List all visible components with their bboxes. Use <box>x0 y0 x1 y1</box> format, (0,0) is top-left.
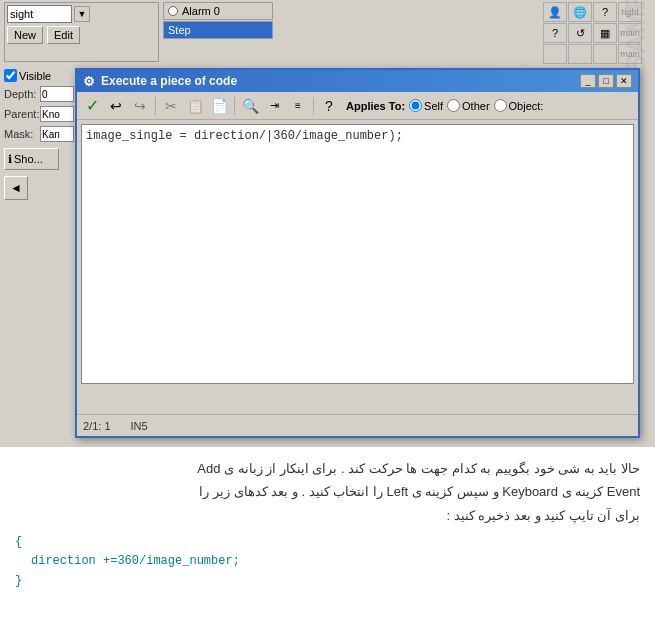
icon-empty3 <box>593 44 617 64</box>
alarm-radio-0 <box>168 6 178 16</box>
info-icon: ℹ <box>8 153 12 166</box>
new-button[interactable]: New <box>7 26 43 44</box>
icon-person[interactable]: 👤 <box>543 2 567 22</box>
undo-button[interactable]: ↩ <box>105 95 127 117</box>
close-button[interactable]: ✕ <box>616 74 632 88</box>
parent-input[interactable] <box>40 106 74 122</box>
run-icon: ✓ <box>86 96 99 115</box>
run-button[interactable]: ✓ <box>81 95 103 117</box>
depth-row: Depth: <box>4 86 74 102</box>
show-label: Sho... <box>14 153 43 165</box>
help-icon: ? <box>325 98 333 114</box>
redo-icon: ↪ <box>134 98 146 114</box>
code-sample: { direction +=360/image_number; } <box>15 533 640 591</box>
input-mode: IN5 <box>131 420 148 432</box>
bottom-line-2: Event کزینه ی Keyboard و سپس کزینه ی Lef… <box>15 480 640 503</box>
undo-icon: ↩ <box>110 98 122 114</box>
right-icons: 👤 🌐 ? right ? ↺ ▦ main main <box>543 2 643 62</box>
alarm-item-1[interactable]: Step <box>163 21 273 39</box>
self-radio[interactable] <box>409 99 422 112</box>
other-option[interactable]: Other <box>447 99 490 112</box>
self-label: Self <box>424 100 443 112</box>
dialog-toolbar: ✓ ↩ ↪ ✂ 📋 📄 🔍 ⇥ ≡ ? Ap <box>77 92 638 120</box>
code-line-1: image_single = direction/|360/image_numb… <box>86 129 629 143</box>
indent-icon: ⇥ <box>270 99 279 112</box>
help-button[interactable]: ? <box>318 95 340 117</box>
applies-to-section: Applies To: Self Other Object: <box>346 99 543 112</box>
icon-refresh[interactable]: ↺ <box>568 23 592 43</box>
bottom-text-area: حالا باید به شی خود بگوییم به کدام جهت ه… <box>0 446 655 621</box>
properties-panel: Visible Depth: Parent: Mask: ℹ Sho... ◄ <box>0 65 78 240</box>
parent-row: Parent: <box>4 106 74 122</box>
visible-row: Visible <box>4 69 74 82</box>
cursor-position: 2/1: 1 <box>83 420 111 432</box>
search-icon: 🔍 <box>242 98 259 114</box>
icon-help[interactable]: ? <box>593 2 617 22</box>
window-controls: _ □ ✕ <box>580 74 632 88</box>
format-icon: ≡ <box>295 100 301 111</box>
self-option[interactable]: Self <box>409 99 443 112</box>
mask-label: Mask: <box>4 128 40 140</box>
cut-button[interactable]: ✂ <box>160 95 182 117</box>
icon-label-right: right <box>618 2 642 22</box>
paste-button[interactable]: 📄 <box>208 95 230 117</box>
separator-2 <box>234 97 235 115</box>
copy-icon: 📋 <box>187 98 204 114</box>
indent-button[interactable]: ⇥ <box>263 95 285 117</box>
visible-label: Visible <box>19 70 51 82</box>
icon-globe[interactable]: 🌐 <box>568 2 592 22</box>
object-option[interactable]: Object: <box>494 99 544 112</box>
separator-3 <box>313 97 314 115</box>
code-direction-line: direction +=360/image_number; <box>15 552 640 571</box>
dialog-title: Execute a piece of code <box>101 74 237 88</box>
dialog-titlebar[interactable]: ⚙ Execute a piece of code _ □ ✕ <box>77 70 638 92</box>
redo-button[interactable]: ↪ <box>129 95 151 117</box>
btn-row: New Edit <box>7 26 156 44</box>
separator-1 <box>155 97 156 115</box>
copy-button[interactable]: 📋 <box>184 95 206 117</box>
left-panel: ▼ New Edit <box>4 2 159 62</box>
arrow-button[interactable]: ◄ <box>4 176 28 200</box>
mask-input[interactable] <box>40 126 74 142</box>
middle-panel: Alarm 0 Step <box>163 2 273 62</box>
format-button[interactable]: ≡ <box>287 95 309 117</box>
edit-button[interactable]: Edit <box>47 26 80 44</box>
minimize-button[interactable]: _ <box>580 74 596 88</box>
visible-checkbox[interactable] <box>4 69 17 82</box>
alarm-item-0[interactable]: Alarm 0 <box>163 2 273 20</box>
input-row: ▼ <box>7 5 156 23</box>
alarm-label-0: Alarm 0 <box>182 5 220 17</box>
other-radio[interactable] <box>447 99 460 112</box>
cut-icon: ✂ <box>165 98 177 114</box>
bottom-line-1: حالا باید به شی خود بگوییم به کدام جهت ه… <box>15 457 640 480</box>
paste-icon: 📄 <box>211 98 228 114</box>
icon-label-main2: main <box>618 44 642 64</box>
search-input[interactable] <box>7 5 72 23</box>
other-label: Other <box>462 100 490 112</box>
search-icon-btn[interactable]: ▼ <box>74 6 90 22</box>
mask-row: Mask: <box>4 126 74 142</box>
code-editor[interactable]: image_single = direction/|360/image_numb… <box>81 124 634 384</box>
icon-label-main: main <box>618 23 642 43</box>
parent-label: Parent: <box>4 108 40 120</box>
show-button[interactable]: ℹ Sho... <box>4 148 59 170</box>
top-area: ▼ New Edit Alarm 0 Step 👤 🌐 ? right ? ↺ … <box>0 0 655 65</box>
code-brace-open: { <box>15 533 640 552</box>
depth-input[interactable] <box>40 86 74 102</box>
dialog-icon: ⚙ <box>83 74 95 89</box>
status-bar: 2/1: 1 IN5 <box>77 414 638 436</box>
alarm-label-1: Step <box>168 24 191 36</box>
execute-code-dialog: ⚙ Execute a piece of code _ □ ✕ ✓ ↩ ↪ ✂ … <box>75 68 640 438</box>
maximize-button[interactable]: □ <box>598 74 614 88</box>
applies-to-label: Applies To: <box>346 100 405 112</box>
icon-grid[interactable]: ▦ <box>593 23 617 43</box>
icon-empty1 <box>543 44 567 64</box>
arrow-icon: ◄ <box>10 181 22 195</box>
search-button[interactable]: 🔍 <box>239 95 261 117</box>
code-brace-close: } <box>15 572 640 591</box>
object-radio[interactable] <box>494 99 507 112</box>
bottom-line-3: برای آن تایپ کنید و بعد ذخیره کنید : <box>15 504 640 527</box>
depth-label: Depth: <box>4 88 40 100</box>
icon-empty2 <box>568 44 592 64</box>
icon-question2[interactable]: ? <box>543 23 567 43</box>
